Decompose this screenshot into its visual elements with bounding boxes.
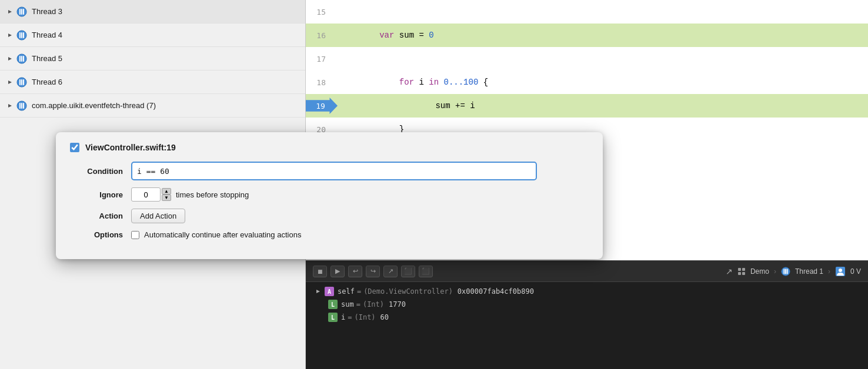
ignore-count-input[interactable]	[131, 187, 161, 202]
thread-label-3: Thread 3	[32, 7, 62, 16]
svg-marker-20	[8, 104, 12, 108]
expand-triangle-6	[7, 79, 13, 85]
var-name-self: self	[338, 287, 355, 296]
popup-title: ViewController.swift:19	[85, 143, 176, 152]
type-icon-a: A	[325, 287, 334, 296]
options-checkbox[interactable]	[131, 231, 139, 239]
code-line-16: 16 var sum = 0	[306, 24, 868, 47]
thread-item-6[interactable]: Thread 6	[0, 71, 305, 94]
nav-separator-2: ›	[828, 267, 830, 276]
times-label: times before stopping	[176, 190, 249, 199]
var-type-sum: (Int)	[363, 300, 384, 308]
expand-icon-self	[315, 289, 321, 294]
nav-person-icon	[835, 266, 846, 277]
svg-rect-19	[23, 79, 24, 85]
ignore-row: Ignore ▲ ▼ times before stopping	[70, 187, 589, 202]
svg-rect-25	[738, 268, 741, 271]
nav-send-icon: ↗	[726, 267, 733, 276]
var-val-sum: 1770	[389, 300, 406, 308]
current-line-indicator: 19	[306, 98, 352, 114]
thread-icon-6	[16, 77, 27, 88]
toolbar-step-over-btn[interactable]: ↩	[348, 266, 362, 277]
thread-label-7: com.apple.uikit.eventfetch-thread (7)	[32, 101, 156, 110]
line-number-16: 16	[306, 31, 335, 40]
svg-rect-24	[23, 103, 24, 109]
type-icon-l-sum: L	[328, 300, 338, 309]
svg-rect-23	[21, 103, 22, 109]
expand-triangle-5	[7, 56, 13, 62]
breakpoint-enabled-checkbox[interactable]	[70, 143, 79, 152]
line-number-17: 17	[306, 55, 335, 63]
svg-rect-4	[23, 9, 24, 15]
debug-row-self[interactable]: A self = (Demo.ViewController) 0x00007fa…	[315, 287, 859, 296]
toolbar-btn-6[interactable]: ⬛	[419, 266, 433, 277]
var-name-sum: sum	[341, 300, 354, 308]
condition-input[interactable]	[131, 162, 537, 180]
debug-row-i[interactable]: L i = (Int) 60	[315, 313, 859, 322]
thread-icon-3	[16, 6, 27, 17]
svg-marker-15	[8, 80, 12, 84]
svg-rect-27	[738, 272, 741, 275]
debug-row-sum[interactable]: L sum = (Int) 1770	[315, 300, 859, 309]
var-val-i: 60	[380, 313, 389, 321]
line-content-16: var sum = 0	[335, 21, 868, 49]
svg-rect-28	[742, 272, 745, 275]
add-action-button[interactable]: Add Action	[131, 209, 185, 223]
thread-item-3[interactable]: Thread 3	[0, 0, 305, 24]
expand-triangle-3	[7, 9, 13, 15]
action-row: Action Add Action	[70, 209, 589, 223]
expand-triangle-4	[7, 32, 13, 38]
debug-panel: ⏹ ▶ ↩ ↪ ↗ ⬛ ⬛ ↗ Demo ›	[306, 260, 868, 369]
svg-rect-32	[787, 269, 788, 274]
toolbar-step-out-btn[interactable]: ↗	[383, 266, 398, 277]
svg-point-34	[839, 269, 842, 272]
code-line-15: 15	[306, 0, 868, 24]
debug-variables: A self = (Demo.ViewController) 0x00007fa…	[306, 282, 868, 369]
nav-app-name: Demo	[750, 267, 769, 276]
options-text: Automatically continue after evaluating …	[144, 230, 301, 239]
thread-item-4[interactable]: Thread 4	[0, 24, 305, 47]
toolbar-stop-btn[interactable]: ⏹	[313, 266, 327, 277]
toolbar-btn-5[interactable]: ⬛	[401, 266, 415, 277]
thread-icon-5	[16, 53, 27, 64]
svg-rect-22	[19, 103, 21, 109]
nav-thread-label: Thread 1	[795, 267, 823, 276]
svg-marker-10	[8, 57, 12, 61]
svg-rect-9	[23, 32, 24, 38]
thread-icon-7	[16, 100, 27, 111]
nav-grid-icon	[737, 267, 746, 276]
thread-label-4: Thread 4	[32, 31, 62, 39]
ignore-label: Ignore	[70, 190, 123, 199]
toolbar-continue-btn[interactable]: ▶	[330, 266, 345, 277]
options-row: Options Automatically continue after eva…	[70, 230, 589, 239]
nav-separator-1: ›	[774, 267, 776, 276]
svg-rect-7	[19, 32, 21, 38]
svg-marker-35	[316, 290, 320, 293]
thread-item-5[interactable]: Thread 5	[0, 47, 305, 71]
line-number-18: 18	[306, 78, 335, 87]
debug-toolbar: ⏹ ▶ ↩ ↪ ↗ ⬛ ⬛ ↗ Demo ›	[306, 261, 868, 282]
breakpoint-popup: ViewController.swift:19 Condition Ignore…	[56, 132, 603, 259]
thread-icon-4	[16, 30, 27, 41]
svg-rect-31	[785, 269, 786, 274]
svg-marker-0	[8, 10, 12, 14]
nav-frame-label: 0 V	[850, 267, 861, 276]
stepper-down[interactable]: ▼	[162, 194, 171, 201]
var-val-self: 0x00007fab4cf0b890	[458, 287, 534, 296]
expand-triangle-7	[7, 103, 13, 109]
nav-thread-icon	[781, 267, 790, 276]
options-label: Options	[70, 230, 123, 239]
condition-row: Condition	[70, 162, 589, 180]
svg-rect-12	[19, 56, 21, 62]
code-line-19: 19 sum += i	[306, 94, 868, 118]
stepper-up[interactable]: ▲	[162, 188, 171, 194]
var-name-i: i	[341, 313, 345, 321]
svg-rect-13	[21, 56, 22, 62]
breakpoint-arrow: 19	[306, 98, 338, 114]
svg-rect-18	[21, 79, 22, 85]
thread-item-7[interactable]: com.apple.uikit.eventfetch-thread (7)	[0, 94, 305, 118]
svg-rect-8	[21, 32, 22, 38]
ignore-stepper[interactable]: ▲ ▼	[162, 188, 171, 201]
code-line-17: 17	[306, 47, 868, 71]
toolbar-step-into-btn[interactable]: ↪	[366, 266, 380, 277]
